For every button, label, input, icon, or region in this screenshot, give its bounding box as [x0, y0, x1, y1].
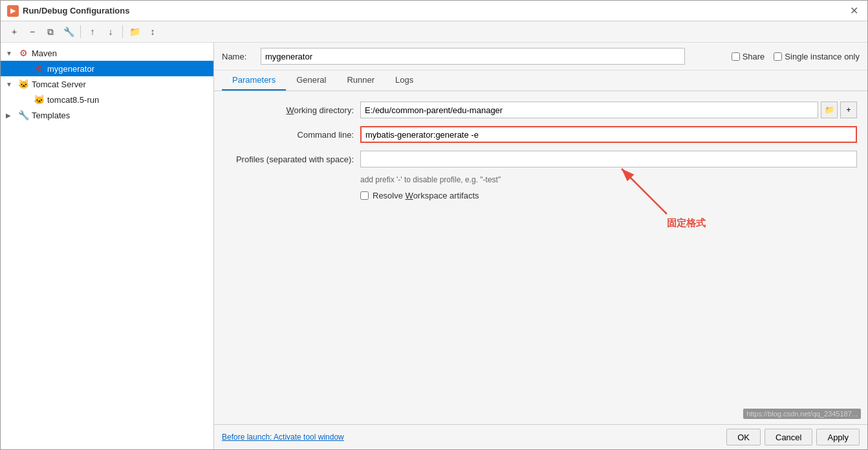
ok-button[interactable]: OK — [726, 429, 761, 445]
command-line-input-row — [360, 126, 857, 143]
sidebar-item-tomcat-run[interactable]: 🐱 tomcat8.5-run — [1, 92, 213, 107]
hint-text: add prefix '-' to disable profile, e.g. … — [360, 175, 857, 184]
move-up-button[interactable]: ↑ — [84, 24, 101, 39]
bottom-bar: Before launch: Activate tool window OK C… — [214, 424, 867, 449]
templates-expand-arrow: ▶ — [6, 112, 15, 119]
add-button[interactable]: + — [6, 24, 23, 39]
working-directory-browse-btn[interactable]: 📁 — [821, 102, 838, 118]
toolbar-separator-2 — [122, 25, 123, 38]
main-window: ▶ Run/Debug Configurations ✕ + − ⧉ 🔧 ↑ ↓… — [0, 0, 868, 450]
templates-icon: 🔧 — [17, 109, 29, 121]
remove-button[interactable]: − — [24, 24, 41, 39]
mygenerator-icon: ⚙ — [33, 63, 45, 74]
form-container: Working directory: 📁 + Command line: — [214, 91, 867, 424]
resolve-workspace-checkbox[interactable] — [360, 191, 369, 200]
tab-logs[interactable]: Logs — [385, 70, 424, 91]
command-line-input[interactable] — [360, 126, 857, 143]
right-panel: Name: Share Single instance only Paramet… — [214, 43, 867, 449]
command-line-label: Command line: — [224, 130, 354, 140]
sidebar-item-mygenerator[interactable]: ⚙ mygenerator — [1, 61, 213, 76]
sidebar-item-templates[interactable]: ▶ 🔧 Templates — [1, 107, 213, 123]
working-directory-input-row: 📁 + — [360, 102, 857, 118]
title-left: ▶ Run/Debug Configurations — [7, 5, 129, 17]
maven-label: Maven — [32, 48, 57, 58]
tomcat-group: ▼ 🐱 Tomcat Server 🐱 tomcat8.5-run — [1, 76, 213, 107]
form-area: Working directory: 📁 + Command line: — [214, 91, 867, 217]
toolbar: + − ⧉ 🔧 ↑ ↓ 📁 ↕ — [1, 21, 867, 43]
maven-icon: ⚙ — [17, 47, 29, 59]
tomcat-label: Tomcat Server — [32, 80, 86, 89]
name-label: Name: — [222, 52, 254, 61]
resolve-workspace-label: Resolve Workspace artifacts — [373, 191, 479, 200]
sort-button[interactable]: ↕ — [144, 24, 161, 39]
sidebar: ▼ ⚙ Maven ⚙ mygenerator ▼ 🐱 Tomcat Serve… — [1, 43, 214, 449]
working-directory-input[interactable] — [360, 102, 818, 118]
working-directory-row: Working directory: 📁 + — [224, 102, 857, 118]
templates-group: ▶ 🔧 Templates — [1, 107, 213, 123]
tab-parameters[interactable]: Parameters — [222, 70, 286, 91]
command-line-row: Command line: — [224, 126, 857, 143]
main-area: ▼ ⚙ Maven ⚙ mygenerator ▼ 🐱 Tomcat Serve… — [1, 43, 867, 449]
maven-group: ▼ ⚙ Maven ⚙ mygenerator — [1, 45, 213, 76]
templates-label: Templates — [32, 111, 70, 120]
tomcat-run-label: tomcat8.5-run — [47, 95, 99, 105]
close-button[interactable]: ✕ — [847, 5, 861, 17]
resolve-workspace-row: Resolve Workspace artifacts — [360, 191, 857, 200]
toolbar-separator-1 — [80, 25, 81, 38]
single-instance-option[interactable]: Single instance only — [774, 52, 860, 61]
chinese-annotation: 固定格式 — [667, 217, 706, 230]
single-instance-checkbox[interactable] — [774, 52, 782, 61]
window-title: Run/Debug Configurations — [23, 6, 129, 16]
profiles-input-row — [360, 151, 857, 167]
name-row: Name: Share Single instance only — [214, 43, 867, 70]
tab-runner[interactable]: Runner — [336, 70, 385, 91]
tab-general[interactable]: General — [286, 70, 336, 91]
profiles-input[interactable] — [360, 151, 857, 167]
single-instance-label: Single instance only — [785, 52, 860, 61]
move-down-button[interactable]: ↓ — [102, 24, 119, 39]
sidebar-item-maven[interactable]: ▼ ⚙ Maven — [1, 45, 213, 61]
working-directory-label: Working directory: — [224, 105, 354, 115]
tomcat-expand-arrow: ▼ — [6, 81, 15, 88]
profiles-row: Profiles (separated with space): — [224, 151, 857, 167]
mygenerator-label: mygenerator — [47, 64, 94, 74]
apply-button[interactable]: Apply — [816, 429, 860, 445]
tomcat-icon: 🐱 — [17, 78, 29, 90]
name-input[interactable] — [261, 48, 685, 65]
settings-button[interactable]: 🔧 — [60, 24, 77, 39]
share-checkbox[interactable] — [732, 52, 740, 61]
share-label: Share — [743, 52, 765, 61]
share-option[interactable]: Share — [732, 52, 765, 61]
title-bar: ▶ Run/Debug Configurations ✕ — [1, 1, 867, 21]
maven-expand-arrow: ▼ — [6, 50, 15, 57]
before-launch-link[interactable]: Before launch: Activate tool window — [222, 433, 344, 442]
copy-button[interactable]: ⧉ — [42, 24, 59, 39]
top-right-options: Share Single instance only — [691, 52, 860, 61]
sidebar-item-tomcat[interactable]: ▼ 🐱 Tomcat Server — [1, 76, 213, 92]
profiles-label: Profiles (separated with space): — [224, 155, 354, 164]
cancel-button[interactable]: Cancel — [765, 429, 812, 445]
bottom-buttons: OK Cancel Apply — [726, 429, 860, 445]
app-icon: ▶ — [7, 5, 19, 17]
tomcat-run-icon: 🐱 — [33, 94, 45, 105]
working-directory-var-btn[interactable]: + — [840, 102, 857, 118]
tabs-bar: Parameters General Runner Logs — [214, 70, 867, 91]
folder-button[interactable]: 📁 — [126, 24, 143, 39]
watermark: https://blog.csdn.net/qq_2345187... — [743, 409, 861, 419]
